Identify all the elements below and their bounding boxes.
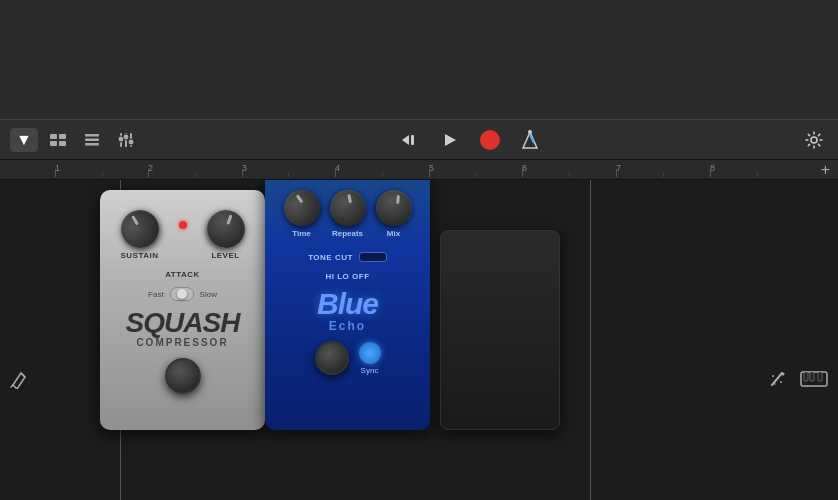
- repeats-knob[interactable]: [327, 187, 369, 229]
- ruler-tick: [55, 169, 56, 177]
- svg-rect-0: [50, 134, 57, 139]
- svg-rect-4: [85, 134, 99, 137]
- svg-rect-3: [59, 141, 66, 146]
- toolbar: ▼: [0, 120, 838, 160]
- svg-line-22: [772, 373, 782, 385]
- add-track-button[interactable]: +: [821, 161, 830, 179]
- canvas-area: SUSTAIN LEVEL ATTACK Fast Slow: [0, 180, 838, 500]
- repeats-knob-container: Repeats: [330, 190, 366, 238]
- sync-label: Sync: [361, 366, 379, 375]
- hi-lo-off-row: HI LO OFF: [325, 272, 369, 281]
- squash-brand: SQUASH: [126, 309, 240, 337]
- svg-point-26: [774, 383, 776, 385]
- sustain-knob[interactable]: [114, 203, 166, 255]
- level-knob-container: LEVEL: [207, 210, 245, 260]
- play-button[interactable]: [436, 126, 464, 154]
- mix-knob-container: Mix: [376, 190, 412, 238]
- sync-button-container: Sync: [359, 342, 381, 375]
- echo-brand: Blue: [317, 289, 378, 319]
- ruler-tick-small: [475, 173, 476, 177]
- svg-rect-2: [50, 141, 57, 146]
- squash-footswitch[interactable]: [165, 358, 201, 394]
- svg-rect-30: [818, 372, 822, 381]
- ruler-tick: [148, 169, 149, 177]
- time-knob[interactable]: [279, 186, 323, 230]
- svg-point-19: [811, 137, 817, 143]
- ruler-tick-small: [195, 173, 196, 177]
- attack-row: Fast Slow: [148, 287, 217, 301]
- repeats-label: Repeats: [332, 229, 363, 238]
- svg-point-11: [123, 134, 129, 140]
- squash-knobs-row: SUSTAIN LEVEL: [120, 210, 244, 260]
- keyboard-tool-button[interactable]: [800, 365, 828, 393]
- arrange-view-button[interactable]: [44, 126, 72, 154]
- ruler-tick: [522, 169, 523, 177]
- echo-logo: Blue Echo: [317, 289, 378, 333]
- tone-cut-switch[interactable]: [359, 252, 387, 262]
- level-label: LEVEL: [211, 251, 239, 260]
- ruler-tick: [616, 169, 617, 177]
- mix-label: Mix: [387, 229, 400, 238]
- svg-rect-28: [804, 372, 808, 381]
- fast-label: Fast: [148, 290, 164, 299]
- record-indicator: [480, 130, 500, 150]
- svg-point-23: [782, 373, 785, 376]
- ruler-tick: [710, 169, 711, 177]
- level-knob[interactable]: [201, 205, 250, 254]
- svg-rect-6: [85, 143, 99, 146]
- svg-point-18: [528, 130, 532, 134]
- svg-marker-16: [523, 132, 537, 148]
- tone-cut-label: TONE CUT: [308, 253, 353, 262]
- dropdown-button[interactable]: ▼: [10, 128, 38, 152]
- record-button[interactable]: [476, 126, 504, 154]
- volume-pedal: [440, 230, 560, 430]
- led-indicator: [179, 221, 187, 229]
- ruler: 1 2 3 4 5 6 7 8 +: [0, 160, 838, 180]
- mix-knob[interactable]: [370, 184, 418, 232]
- svg-point-25: [780, 381, 782, 383]
- svg-marker-13: [402, 135, 409, 145]
- svg-marker-15: [445, 134, 456, 146]
- ruler-tick-small: [569, 173, 570, 177]
- echo-footswitch[interactable]: [315, 341, 349, 375]
- sync-button[interactable]: [359, 342, 381, 364]
- echo-knobs-row: Time Repeats Mix: [284, 190, 412, 238]
- svg-rect-14: [411, 135, 414, 145]
- svg-rect-1: [59, 134, 66, 139]
- echo-sub: Echo: [317, 319, 378, 333]
- svg-line-21: [11, 385, 13, 387]
- blue-echo-pedal: Time Repeats Mix TONE CUT HI LO OFF: [265, 180, 430, 430]
- svg-point-12: [128, 139, 134, 145]
- settings-button[interactable]: [800, 126, 828, 154]
- toolbar-left: ▼: [10, 126, 140, 154]
- ruler-tick-small: [663, 173, 664, 177]
- svg-rect-29: [810, 372, 814, 381]
- right-boundary-line: [590, 180, 591, 500]
- time-label: Time: [292, 229, 311, 238]
- time-knob-container: Time: [284, 190, 320, 238]
- rewind-button[interactable]: [396, 126, 424, 154]
- right-tools: [764, 365, 828, 393]
- sustain-knob-container: SUSTAIN: [120, 210, 158, 260]
- svg-point-24: [772, 375, 774, 377]
- ruler-tick-small: [288, 173, 289, 177]
- squash-compressor-pedal: SUSTAIN LEVEL ATTACK Fast Slow: [100, 190, 265, 430]
- svg-line-20: [21, 373, 25, 377]
- svg-rect-5: [85, 138, 99, 141]
- metronome-button[interactable]: [516, 126, 544, 154]
- toolbar-center: [146, 126, 794, 154]
- hi-lo-off-label: HI LO OFF: [325, 272, 369, 281]
- pencil-tool-button[interactable]: [5, 365, 33, 393]
- mixer-button[interactable]: [112, 126, 140, 154]
- toolbar-right: [800, 126, 828, 154]
- ruler-tick-small: [757, 173, 758, 177]
- ruler-tick: [429, 169, 430, 177]
- ruler-marks: 1 2 3 4 5 6 7 8: [0, 160, 838, 177]
- ruler-tick-small: [102, 173, 103, 177]
- wand-tool-button[interactable]: [764, 365, 792, 393]
- attack-switch[interactable]: [170, 287, 194, 301]
- tone-cut-row: TONE CUT: [308, 252, 387, 262]
- squash-sub: COMPRESSOR: [126, 337, 240, 348]
- squash-logo: SQUASH COMPRESSOR: [126, 309, 240, 348]
- list-view-button[interactable]: [78, 126, 106, 154]
